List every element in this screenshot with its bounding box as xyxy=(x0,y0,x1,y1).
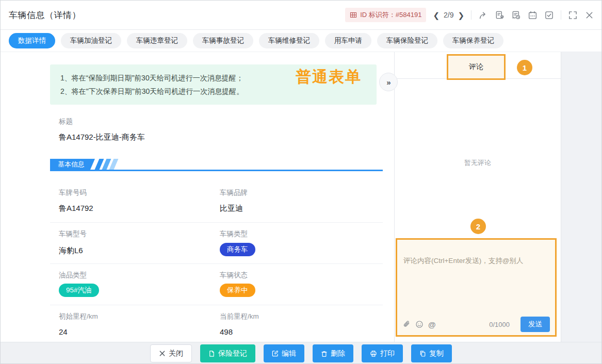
chevrons-right-icon: » xyxy=(386,78,390,87)
document-shield-icon[interactable] xyxy=(495,10,505,20)
fullscreen-icon[interactable] xyxy=(568,10,578,20)
tab-violation-record[interactable]: 车辆违章登记 xyxy=(127,33,187,48)
comment-input[interactable] xyxy=(397,240,555,313)
annotation-step-2: 2 xyxy=(470,219,486,234)
share-icon[interactable] xyxy=(478,10,488,20)
background-strip xyxy=(561,52,602,342)
vehicle-type-badge: 商务车 xyxy=(220,243,255,256)
field-value-plate-number: 鲁A14792 xyxy=(59,204,93,213)
field-label-plate-number: 车牌号码 xyxy=(59,188,87,197)
trash-icon xyxy=(321,350,328,357)
collapse-panel-button[interactable]: » xyxy=(379,73,398,91)
row-divider xyxy=(50,263,383,264)
row-divider xyxy=(50,305,383,305)
oil-type-badge: 95#汽油 xyxy=(59,284,99,297)
tab-accident-record[interactable]: 车辆事故登记 xyxy=(193,33,253,48)
insurance-doc-icon xyxy=(208,350,215,357)
comment-panel: 评论 1 » 暂无评论 2 @ 0/1000 发送 xyxy=(394,52,561,342)
toolbar-divider xyxy=(471,10,471,20)
edit-button[interactable]: 编辑 xyxy=(264,344,304,362)
tab-maintenance-record[interactable]: 车辆保养登记 xyxy=(443,33,503,48)
print-button-label: 打印 xyxy=(380,349,395,358)
field-label-initial-mileage: 初始里程/km xyxy=(59,312,98,321)
annotation-step-1: 1 xyxy=(517,60,532,75)
record-pager: ❮ 2/9 ❯ xyxy=(433,11,464,19)
emoji-icon[interactable] xyxy=(415,320,424,328)
send-button[interactable]: 发送 xyxy=(520,317,550,332)
close-button[interactable]: 关闭 xyxy=(150,344,192,362)
footer-action-bar: 关闭 保险登记 编辑 删除 打印 xyxy=(1,342,601,364)
tab-data-detail[interactable]: 数据详情 xyxy=(9,33,55,48)
pager-value: 2/9 xyxy=(444,11,453,19)
field-label-oil-type: 油品类型 xyxy=(59,271,87,280)
close-icon[interactable] xyxy=(584,10,594,20)
field-value-initial-mileage: 24 xyxy=(59,327,68,336)
field-label-current-mileage: 当前里程/km xyxy=(220,312,259,321)
chevron-left-icon[interactable]: ❮ xyxy=(433,11,440,19)
grid-icon xyxy=(350,11,357,19)
empty-comments-text: 暂无评论 xyxy=(395,158,561,168)
field-label-brand: 车辆品牌 xyxy=(220,188,248,197)
field-label-model: 车辆型号 xyxy=(59,229,87,239)
print-button[interactable]: 打印 xyxy=(362,344,403,362)
field-value-current-mileage: 498 xyxy=(220,327,233,336)
title-bar: 车辆信息（详情） ID 标识符：#584191 ❮ 2/9 ❯ xyxy=(1,1,601,30)
tab-vehicle-application[interactable]: 用车申请 xyxy=(325,33,371,48)
section-title: 基本信息 xyxy=(50,159,95,170)
form-region: 1、将在“保险到期日期”前30天给司机进行一次消息提醒； 2、将在"下次保养日期… xyxy=(1,52,394,342)
x-icon xyxy=(159,350,166,357)
record-id-badge: ID 标识符：#584191 xyxy=(345,8,426,22)
form-type-watermark: 普通表单 xyxy=(296,67,362,88)
char-counter: 0/1000 xyxy=(489,321,510,328)
field-label-title: 标题 xyxy=(59,117,73,126)
field-value-brand: 比亚迪 xyxy=(220,204,243,213)
close-button-label: 关闭 xyxy=(169,349,183,358)
insurance-register-button[interactable]: 保险登记 xyxy=(200,344,255,362)
field-value-model: 海豹L6 xyxy=(59,246,83,256)
page-title: 车辆信息（详情） xyxy=(9,9,81,21)
document-clock-icon[interactable] xyxy=(511,10,521,20)
title-bar-tools: ID 标识符：#584191 ❮ 2/9 ❯ xyxy=(345,8,594,22)
calendar-icon[interactable] xyxy=(528,10,538,20)
section-stripes-decoration xyxy=(97,159,116,170)
tab-repair-record[interactable]: 车辆维修登记 xyxy=(259,33,319,48)
copy-button[interactable]: 复制 xyxy=(411,344,452,362)
comment-tab-label: 评论 xyxy=(469,62,483,72)
edit-icon xyxy=(272,350,279,357)
paperclip-icon[interactable] xyxy=(402,320,411,328)
field-label-vehicle-type: 车辆类型 xyxy=(220,229,248,239)
vehicle-status-badge: 保养中 xyxy=(220,284,255,297)
toolbar-divider xyxy=(561,10,561,20)
section-banner-row: 基本信息 xyxy=(50,159,116,170)
tab-insurance-record[interactable]: 车辆保险登记 xyxy=(377,33,437,48)
composer-toolbar: @ 0/1000 发送 xyxy=(397,313,555,335)
mention-icon[interactable]: @ xyxy=(428,320,436,329)
checkbox-icon[interactable] xyxy=(544,10,554,20)
copy-button-label: 复制 xyxy=(429,349,444,358)
field-label-vehicle-status: 车辆状态 xyxy=(220,271,248,280)
tab-refuel-record[interactable]: 车辆加油登记 xyxy=(61,33,121,48)
section-header-basic-info: 基本信息 xyxy=(50,159,383,171)
delete-button[interactable]: 删除 xyxy=(313,344,353,362)
record-id-text: ID 标识符：#584191 xyxy=(360,10,421,20)
delete-button-label: 删除 xyxy=(331,349,345,358)
insurance-register-label: 保险登记 xyxy=(218,349,247,358)
chevron-right-icon[interactable]: ❯ xyxy=(458,11,464,19)
comment-composer-annotated: @ 0/1000 发送 xyxy=(396,238,557,337)
printer-icon xyxy=(370,350,377,357)
copy-icon xyxy=(419,350,426,357)
edit-button-label: 编辑 xyxy=(282,349,296,358)
tab-bar: 数据详情 车辆加油登记 车辆违章登记 车辆事故登记 车辆维修登记 用车申请 车辆… xyxy=(1,30,601,52)
comment-tab-annotated[interactable]: 评论 xyxy=(447,54,506,80)
field-value-title: 鲁A14792-比亚迪-商务车 xyxy=(59,133,145,142)
vehicle-detail-window: 车辆信息（详情） ID 标识符：#584191 ❮ 2/9 ❯ xyxy=(0,0,602,364)
row-divider xyxy=(50,222,383,223)
